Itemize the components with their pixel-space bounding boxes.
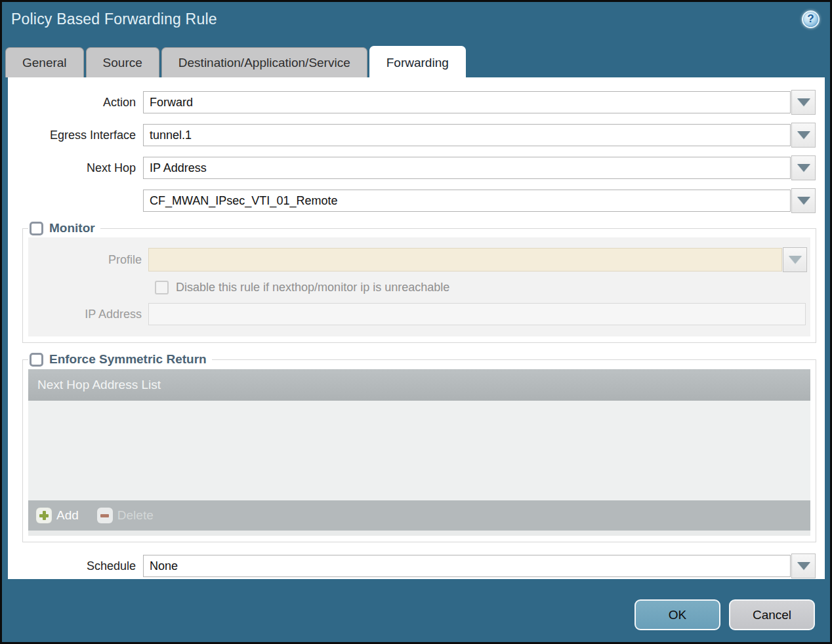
action-dropdown-button[interactable]	[791, 90, 816, 115]
help-icon[interactable]: ?	[802, 10, 820, 28]
chevron-down-icon	[797, 98, 810, 106]
monitor-profile-row: Profile	[28, 247, 807, 272]
enforce-symmetric-return-legend: Enforce Symmetric Return	[28, 352, 212, 367]
forwarding-tab-panel: Action Forward Egress Interface tunnel.1…	[8, 77, 825, 579]
egress-interface-dropdown-button[interactable]	[791, 123, 816, 148]
tab-bar: General Source Destination/Application/S…	[2, 45, 830, 77]
schedule-select[interactable]: None	[143, 555, 791, 577]
schedule-dropdown-button[interactable]	[791, 553, 816, 578]
monitor-ip-address-input	[148, 303, 806, 325]
dialog-title: Policy Based Forwarding Rule	[11, 10, 217, 28]
egress-interface-row: Egress Interface tunnel.1	[8, 123, 825, 148]
dialog-footer: OK Cancel	[2, 579, 830, 642]
tab-forwarding[interactable]: Forwarding	[369, 46, 466, 78]
schedule-label: Schedule	[8, 559, 143, 573]
tab-general[interactable]: General	[5, 47, 84, 77]
disable-rule-label: Disable this rule if nexthop/monitor ip …	[176, 281, 449, 294]
action-row: Action Forward	[8, 90, 825, 115]
next-hop-address-select[interactable]: CF_MWAN_IPsec_VTI_01_Remote	[143, 190, 791, 212]
schedule-row: Schedule None	[8, 553, 825, 578]
next-hop-address-dropdown-button[interactable]	[791, 188, 816, 213]
chevron-down-icon	[789, 256, 802, 264]
monitor-ip-address-row: IP Address	[28, 303, 807, 325]
egress-interface-label: Egress Interface	[8, 129, 143, 142]
table-bottom-strip	[28, 531, 810, 536]
table-body[interactable]	[28, 401, 810, 500]
policy-based-forwarding-dialog: Policy Based Forwarding Rule ? General S…	[0, 0, 832, 644]
enforce-symmetric-return-checkbox[interactable]	[30, 353, 43, 367]
monitor-checkbox[interactable]	[30, 222, 43, 235]
ok-button[interactable]: OK	[634, 599, 720, 630]
profile-label: Profile	[28, 253, 148, 267]
enforce-symmetric-return-label: Enforce Symmetric Return	[49, 352, 207, 367]
next-hop-type-dropdown-button[interactable]	[791, 155, 816, 180]
tab-source[interactable]: Source	[86, 47, 159, 77]
chevron-down-icon	[797, 197, 810, 205]
chevron-down-icon	[797, 562, 810, 570]
profile-select[interactable]	[148, 248, 782, 272]
monitor-panel: Profile Disable this rule if nexthop/mon…	[28, 237, 810, 336]
monitor-group-label: Monitor	[49, 221, 95, 235]
chevron-down-icon	[797, 164, 810, 172]
add-button-label: Add	[56, 508, 79, 523]
next-hop-label: Next Hop	[8, 161, 143, 175]
table-header: Next Hop Address List	[28, 369, 810, 401]
next-hop-row: Next Hop IP Address	[8, 155, 825, 180]
cancel-button[interactable]: Cancel	[729, 599, 815, 630]
action-label: Action	[8, 96, 143, 110]
disable-rule-row: Disable this rule if nexthop/monitor ip …	[155, 281, 807, 294]
dialog-titlebar: Policy Based Forwarding Rule ?	[2, 2, 830, 36]
next-hop-address-row: CF_MWAN_IPsec_VTI_01_Remote	[8, 188, 825, 213]
action-select[interactable]: Forward	[143, 91, 791, 113]
enforce-symmetric-return-group: Enforce Symmetric Return Next Hop Addres…	[22, 352, 816, 542]
monitor-group: Monitor Profile Disable this rule if nex…	[22, 221, 816, 343]
table-footer: Add Delete	[28, 500, 810, 531]
delete-button-label: Delete	[117, 508, 154, 523]
disable-rule-checkbox	[155, 281, 169, 294]
tab-destination-application-service[interactable]: Destination/Application/Service	[161, 47, 367, 77]
minus-icon	[97, 508, 113, 523]
add-button[interactable]: Add	[36, 508, 79, 523]
egress-interface-select[interactable]: tunnel.1	[143, 124, 791, 146]
profile-dropdown-button	[783, 247, 807, 272]
chevron-down-icon	[797, 131, 810, 139]
plus-icon	[36, 508, 52, 523]
next-hop-type-select[interactable]: IP Address	[143, 157, 791, 179]
delete-button: Delete	[97, 508, 154, 523]
monitor-ip-address-label: IP Address	[28, 308, 148, 321]
monitor-legend: Monitor	[28, 221, 100, 235]
next-hop-address-list-table: Next Hop Address List Add Delete	[28, 369, 810, 536]
